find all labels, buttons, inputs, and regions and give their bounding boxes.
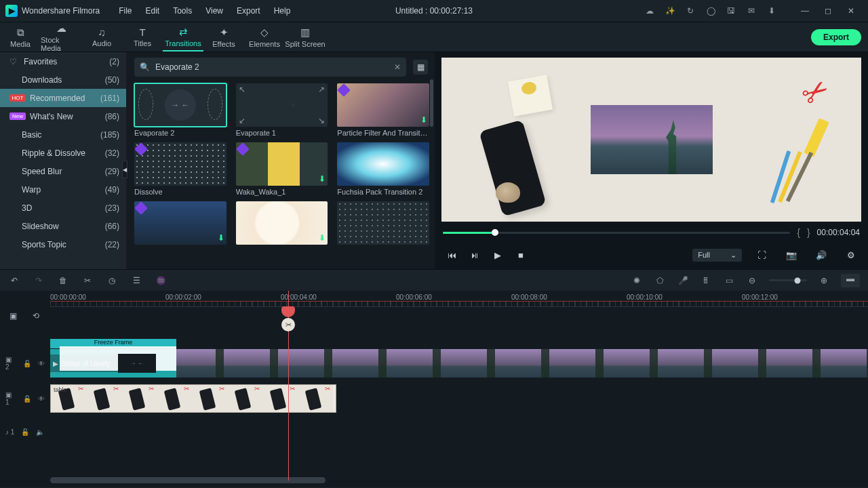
download-icon[interactable]: ⬇ xyxy=(319,174,326,184)
menu-help[interactable]: Help xyxy=(267,3,298,18)
transition-thumb[interactable]: ⬇Particle Filter And Transit… xyxy=(337,83,429,137)
transition-thumb[interactable]: Fuchsia Pack Transition 2 xyxy=(337,142,429,196)
delete-button[interactable]: 🗑 xyxy=(57,276,69,285)
menu-view[interactable]: View xyxy=(199,3,230,18)
tab-split-screen[interactable]: ▥Split Screen xyxy=(285,22,326,52)
gallery-scrollbar[interactable] xyxy=(430,79,433,127)
auto-ripple-button[interactable]: ⟲ xyxy=(30,310,42,322)
download-icon[interactable]: ⬇ xyxy=(319,233,326,243)
sidebar-item-slideshow[interactable]: Slideshow(66) xyxy=(0,217,126,235)
message-icon[interactable]: ✉ xyxy=(746,5,757,16)
play-pause-button[interactable]: ⏯ xyxy=(465,246,485,264)
zoom-in-button[interactable]: ⊕ xyxy=(818,276,830,285)
view-grid-button[interactable]: ▦ xyxy=(413,60,428,75)
preview-volume-button[interactable]: 🔊 xyxy=(811,246,831,264)
transition-thumb[interactable]: ↖↗↙↘Evaporate 1 xyxy=(236,83,328,137)
tab-effects[interactable]: ✦Effects xyxy=(203,22,244,52)
tab-media[interactable]: ⧉Media xyxy=(0,22,41,52)
video-track-1[interactable]: table xyxy=(50,384,868,413)
lock-track-icon[interactable]: 🔓 xyxy=(23,395,31,403)
audio-track-1[interactable] xyxy=(50,424,868,440)
zoom-slider[interactable] xyxy=(769,279,807,281)
marker-button[interactable]: ⬠ xyxy=(654,276,666,285)
zoom-out-button[interactable]: ⊖ xyxy=(746,276,758,285)
applied-transition-icon[interactable]: → ← xyxy=(118,354,156,373)
cloud-icon[interactable]: ☁ xyxy=(644,5,655,16)
sidebar-item-sports-topic[interactable]: Sports Topic(22) xyxy=(0,235,126,253)
prev-frame-button[interactable]: ⏮ xyxy=(441,246,462,264)
menu-tools[interactable]: Tools xyxy=(166,3,199,18)
playhead[interactable]: ✂ xyxy=(288,291,289,481)
sidebar-item-3d[interactable]: 3D(23) xyxy=(0,199,126,217)
timeline-horizontal-scrollbar[interactable] xyxy=(50,477,326,483)
toggle-visibility-icon[interactable]: 👁 xyxy=(38,395,45,403)
sidebar-item-favorites[interactable]: ♡Favorites(2) xyxy=(0,52,126,70)
crop-button[interactable]: ☰ xyxy=(130,276,142,285)
sidebar-item-basic[interactable]: Basic(185) xyxy=(0,125,126,144)
window-minimize-button[interactable]: — xyxy=(793,1,816,20)
sidebar-item-recommended[interactable]: HOTRecommended(161) xyxy=(0,89,126,107)
transition-thumb[interactable]: ⬇Waka_Waka_1 xyxy=(236,142,328,196)
zoom-to-fit-button[interactable]: ▬ xyxy=(841,274,860,287)
clip-table[interactable]: table xyxy=(50,384,336,413)
download-icon[interactable]: ⬇ xyxy=(420,115,427,125)
timeline-ruler[interactable]: 00:00:00:00 00:00:02:00 00:00:04:00 00:0… xyxy=(50,291,868,307)
window-close-button[interactable]: ✕ xyxy=(840,1,863,20)
sidebar-item-what-s-new[interactable]: NewWhat's New(86) xyxy=(0,107,126,125)
mark-in-button[interactable]: { xyxy=(797,227,800,238)
speed-button[interactable]: ◷ xyxy=(106,276,118,285)
mute-track-icon[interactable]: 🔈 xyxy=(36,428,44,436)
playhead-scissors-icon[interactable]: ✂ xyxy=(281,318,295,331)
save-icon[interactable]: 🖫 xyxy=(726,5,736,16)
fullscreen-preview-button[interactable]: ⛶ xyxy=(751,246,772,264)
transition-thumb[interactable] xyxy=(337,201,429,247)
preview-canvas[interactable]: ✂ xyxy=(441,58,861,222)
tab-elements[interactable]: ◇Elements xyxy=(244,22,285,52)
clip-statue-of-liberty[interactable]: ▶Statue of Liberty → ← xyxy=(50,349,868,378)
sidebar-collapse-handle[interactable]: ◀ xyxy=(122,161,127,178)
track-manager-button[interactable]: ▣ xyxy=(7,310,19,322)
toggle-visibility-icon[interactable]: 👁 xyxy=(38,360,45,367)
search-box[interactable]: 🔍 ✕ xyxy=(134,58,406,77)
download-icon[interactable]: ⬇ xyxy=(766,5,777,16)
snapshot-button[interactable]: 📷 xyxy=(781,246,802,264)
window-maximize-button[interactable]: ◻ xyxy=(816,1,840,20)
mark-out-button[interactable]: } xyxy=(807,227,810,238)
video-track-2[interactable]: Freeze Frame ▶Statue of Liberty → ← xyxy=(50,349,868,378)
playback-quality-select[interactable]: Full⌄ xyxy=(692,249,742,262)
menu-file[interactable]: File xyxy=(112,3,138,18)
account-icon[interactable]: ◯ xyxy=(705,5,716,16)
transition-thumb[interactable]: → ←Evaporate 2 xyxy=(134,83,226,137)
transition-thumb[interactable]: ⬇ xyxy=(134,201,226,247)
search-input[interactable] xyxy=(155,62,389,72)
toggle-track-size-button[interactable]: ▭ xyxy=(723,276,735,285)
sparkle-icon[interactable]: ✨ xyxy=(665,5,675,16)
audio-adjust-button[interactable]: ♒ xyxy=(155,276,167,285)
tab-titles[interactable]: TTitles xyxy=(122,22,163,52)
tab-audio[interactable]: ♫Audio xyxy=(81,22,122,52)
tab-stock-media[interactable]: ☁Stock Media xyxy=(41,22,81,52)
tab-transitions[interactable]: ⇄Transitions xyxy=(163,22,203,52)
sidebar-item-warp[interactable]: Warp(49) xyxy=(0,180,126,199)
refresh-icon[interactable]: ↻ xyxy=(685,5,696,16)
preview-scrubber[interactable] xyxy=(443,232,790,234)
record-voiceover-button[interactable]: 🎤 xyxy=(677,276,689,285)
split-button[interactable]: ✂ xyxy=(81,276,94,285)
export-button[interactable]: Export xyxy=(811,29,861,45)
menu-export[interactable]: Export xyxy=(230,3,267,18)
clear-search-icon[interactable]: ✕ xyxy=(394,62,401,72)
preview-settings-button[interactable]: ⚙ xyxy=(841,246,861,264)
download-icon[interactable]: ⬇ xyxy=(218,233,224,243)
transition-thumb[interactable]: Dissolve xyxy=(134,142,226,196)
timeline[interactable]: ▣ ⟲ 00:00:00:00 00:00:02:00 00:00:04:00 … xyxy=(0,291,868,487)
lock-track-icon[interactable]: 🔓 xyxy=(23,360,31,367)
menu-edit[interactable]: Edit xyxy=(139,3,167,18)
redo-button[interactable]: ↷ xyxy=(33,276,45,285)
sidebar-item-downloads[interactable]: Downloads(50) xyxy=(0,70,126,89)
undo-button[interactable]: ↶ xyxy=(8,276,20,285)
lock-track-icon[interactable]: 🔓 xyxy=(21,428,29,436)
sidebar-item-speed-blur[interactable]: Speed Blur(29) xyxy=(0,162,126,180)
stop-button[interactable]: ■ xyxy=(511,246,531,264)
sidebar-item-ripple-dissolve[interactable]: Ripple & Dissolve(32) xyxy=(0,144,126,162)
play-button[interactable]: ▶ xyxy=(488,246,508,264)
